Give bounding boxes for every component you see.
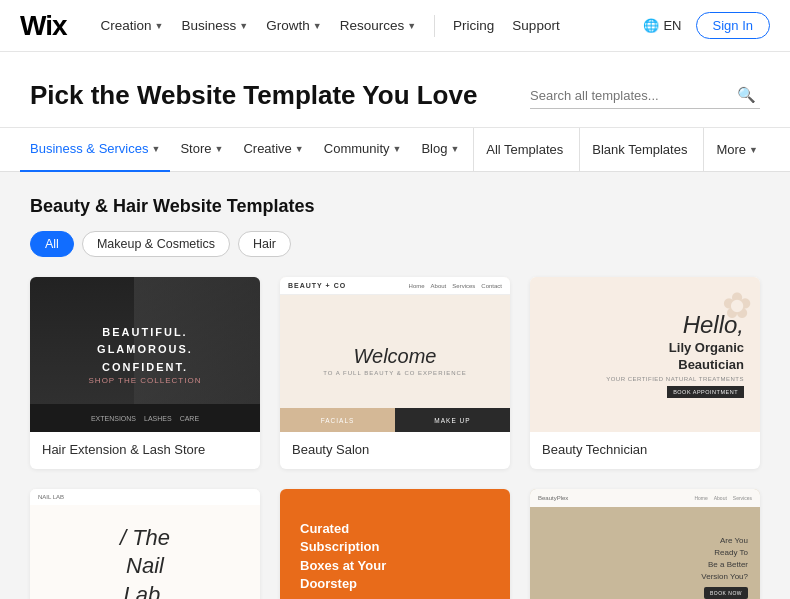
t1-bar-item1: EXTENSIONS <box>91 415 136 422</box>
t6-background: BeautyPlex Home About Services Are YouRe… <box>530 489 760 599</box>
sub-nav-business-chevron: ▼ <box>152 144 161 154</box>
template-card[interactable]: ✿ Hello, Lily OrganicBeautician Your Cer… <box>530 277 760 469</box>
template-thumbnail: ✿ Hello, Lily OrganicBeautician Your Cer… <box>530 277 760 432</box>
t2-facials-btn: FACIALS <box>280 408 395 432</box>
template-thumbnail: NAIL LAB / TheNailLab. <box>30 489 260 599</box>
sub-nav-blog[interactable]: Blog ▼ <box>411 128 469 172</box>
nav-creation[interactable]: Creation ▼ <box>95 14 170 37</box>
search-input[interactable] <box>530 88 731 103</box>
template-label: Beauty Technician <box>530 432 760 469</box>
search-icon[interactable]: 🔍 <box>737 86 756 104</box>
template-label: Beauty Salon <box>280 432 510 469</box>
search-bar: 🔍 <box>530 82 760 109</box>
globe-icon: 🌐 <box>643 18 659 33</box>
t3-hello-text: Hello, <box>606 311 744 340</box>
t2-nav: BEAUTY + CO Home About Services Contact <box>280 277 510 295</box>
template-card[interactable]: Curated Subscription Boxes at Your Doors… <box>280 489 510 599</box>
t4-logo: NAIL LAB <box>38 494 64 500</box>
t2-nav-item2: About <box>431 283 447 289</box>
sub-nav-creative-chevron: ▼ <box>295 144 304 154</box>
t6-nav: BeautyPlex Home About Services <box>530 489 760 507</box>
t5-background: Curated Subscription Boxes at Your Doors… <box>280 489 510 599</box>
t4-nav: NAIL LAB <box>30 489 260 505</box>
nav-resources-chevron: ▼ <box>407 21 416 31</box>
sign-in-button[interactable]: Sign In <box>696 12 770 39</box>
nav-pricing[interactable]: Pricing <box>447 14 500 37</box>
nav-support[interactable]: Support <box>506 14 565 37</box>
template-grid: BEAUTIFUL.GLAMOROUS.CONFIDENT. SHOP THE … <box>30 277 760 599</box>
sub-nav-business-label: Business & Services <box>30 141 149 156</box>
nav-support-label: Support <box>512 18 559 33</box>
t2-logo: BEAUTY + CO <box>288 282 346 289</box>
nav-growth-chevron: ▼ <box>313 21 322 31</box>
template-thumbnail: BEAUTIFUL.GLAMOROUS.CONFIDENT. SHOP THE … <box>30 277 260 432</box>
filter-all[interactable]: All <box>30 231 74 257</box>
sub-nav-left: Business & Services ▼ Store ▼ Creative ▼… <box>20 128 473 172</box>
sub-nav-business-services[interactable]: Business & Services ▼ <box>20 128 170 172</box>
t1-title: BEAUTIFUL.GLAMOROUS.CONFIDENT. <box>89 324 202 377</box>
template-label: Hair Extension & Lash Store <box>30 432 260 469</box>
sub-nav-creative[interactable]: Creative ▼ <box>233 128 313 172</box>
template-card[interactable]: BEAUTIFUL.GLAMOROUS.CONFIDENT. SHOP THE … <box>30 277 260 469</box>
nav-growth-label: Growth <box>266 18 310 33</box>
t1-text: BEAUTIFUL.GLAMOROUS.CONFIDENT. SHOP THE … <box>89 324 202 386</box>
sub-nav-blank-templates[interactable]: Blank Templates <box>579 128 699 172</box>
t1-background: BEAUTIFUL.GLAMOROUS.CONFIDENT. SHOP THE … <box>30 277 260 432</box>
t2-nav-items: Home About Services Contact <box>409 283 502 289</box>
template-thumbnail: BEAUTY + CO Home About Services Contact … <box>280 277 510 432</box>
nav-right: 🌐 EN Sign In <box>643 12 770 39</box>
t6-tagline: Are YouReady ToBe a BetterVersion You? <box>701 535 748 583</box>
template-thumbnail: Curated Subscription Boxes at Your Doors… <box>280 489 510 599</box>
sub-nav-blog-label: Blog <box>421 141 447 156</box>
t6-nav-items: Home About Services <box>694 495 752 501</box>
t1-bar: EXTENSIONS LASHES CARE <box>30 404 260 432</box>
sub-nav-community-chevron: ▼ <box>393 144 402 154</box>
t6-logo: BeautyPlex <box>538 495 568 501</box>
nav-resources[interactable]: Resources ▼ <box>334 14 422 37</box>
t2-center: Welcome To a Full Beauty & Co Experience <box>323 344 467 376</box>
sub-nav-blog-chevron: ▼ <box>450 144 459 154</box>
t2-nav-item3: Services <box>452 283 475 289</box>
t2-welcome-text: Welcome <box>323 344 467 368</box>
t1-bar-item3: CARE <box>180 415 199 422</box>
t6-nav-item2: About <box>714 495 727 501</box>
sub-nav-store-label: Store <box>180 141 211 156</box>
t6-nav-item3: Services <box>733 495 752 501</box>
content-area: Beauty & Hair Website Templates All Make… <box>0 172 790 599</box>
nav-resources-label: Resources <box>340 18 405 33</box>
section-title: Beauty & Hair Website Templates <box>30 196 760 217</box>
nav-divider <box>434 15 435 37</box>
t6-nav-item1: Home <box>694 495 707 501</box>
nav-items: Creation ▼ Business ▼ Growth ▼ Resources… <box>95 14 620 37</box>
sub-nav-community[interactable]: Community ▼ <box>314 128 412 172</box>
template-card[interactable]: BeautyPlex Home About Services Are YouRe… <box>530 489 760 599</box>
nav-growth[interactable]: Growth ▼ <box>260 14 327 37</box>
t1-bar-item2: LASHES <box>144 415 172 422</box>
template-card[interactable]: NAIL LAB / TheNailLab. Nail Salon <box>30 489 260 599</box>
template-thumbnail: BeautyPlex Home About Services Are YouRe… <box>530 489 760 599</box>
sub-nav-more-label: More <box>716 142 746 157</box>
nav-creation-chevron: ▼ <box>155 21 164 31</box>
filter-hair[interactable]: Hair <box>238 231 291 257</box>
nav-pricing-label: Pricing <box>453 18 494 33</box>
sub-nav-store[interactable]: Store ▼ <box>170 128 233 172</box>
sub-nav-all-templates[interactable]: All Templates <box>473 128 575 172</box>
t3-book-btn: Book Appointment <box>667 386 744 398</box>
wix-logo[interactable]: Wix <box>20 10 67 42</box>
t4-main-text: / TheNailLab. <box>120 524 170 599</box>
page-title: Pick the Website Template You Love <box>30 80 477 111</box>
sub-nav-more[interactable]: More ▼ <box>703 128 770 172</box>
sub-nav-community-label: Community <box>324 141 390 156</box>
t5-text: Curated Subscription Boxes at Your Doors… <box>300 520 410 599</box>
template-card[interactable]: BEAUTY + CO Home About Services Contact … <box>280 277 510 469</box>
language-selector[interactable]: 🌐 EN <box>643 18 681 33</box>
filter-makeup[interactable]: Makeup & Cosmetics <box>82 231 230 257</box>
t6-book-btn: Book Now <box>704 587 748 599</box>
nav-business[interactable]: Business ▼ <box>176 14 255 37</box>
t4-background: NAIL LAB / TheNailLab. <box>30 489 260 599</box>
sub-nav-creative-label: Creative <box>243 141 291 156</box>
sub-nav: Business & Services ▼ Store ▼ Creative ▼… <box>0 128 790 172</box>
t2-nav-item1: Home <box>409 283 425 289</box>
nav-business-chevron: ▼ <box>239 21 248 31</box>
t3-background: ✿ Hello, Lily OrganicBeautician Your Cer… <box>530 277 760 432</box>
